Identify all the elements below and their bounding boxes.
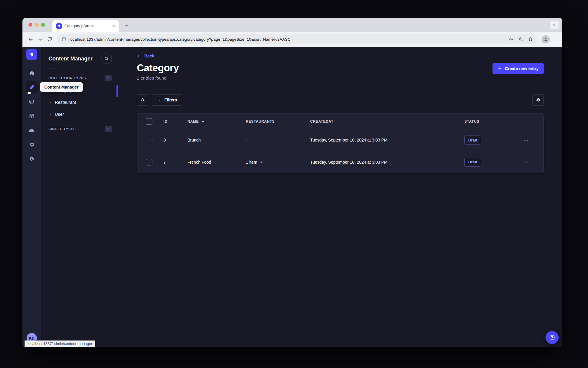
site-info-icon[interactable] — [61, 37, 66, 42]
cell-id: 8 — [163, 138, 187, 142]
cell-createdat: Tuesday, September 10, 2024 at 3:03 PM — [310, 138, 464, 142]
cell-restaurants[interactable]: 1 item — [246, 160, 310, 165]
row-actions-menu[interactable] — [524, 162, 543, 162]
row-actions-menu[interactable] — [524, 140, 543, 141]
back-icon[interactable] — [26, 35, 35, 44]
header-status[interactable]: STATUS — [464, 119, 512, 124]
marketplace-icon — [29, 142, 35, 148]
plus-icon — [498, 66, 502, 71]
header-createdat[interactable]: CREATEDAT — [310, 119, 464, 124]
browser-toolbar: localhost:1337/admin/content-manager/col… — [22, 32, 562, 47]
browser-menu-icon[interactable] — [551, 36, 559, 43]
table-body: 8 Brunch - Tuesday, September 10, 2024 a… — [137, 129, 543, 173]
browser-window: Category | Strapi — [22, 18, 562, 347]
table-header-row: ID NAME RESTAURANTS CREATEDAT STATUS — [137, 114, 543, 129]
strapi-app: KD Content Manager COLLECTION TYPES 3 — [22, 47, 562, 347]
zoom-in-icon[interactable] — [518, 37, 524, 42]
collection-types-count-badge: 3 — [105, 75, 112, 81]
main-content: Back Category Create new entry 2 entries… — [118, 47, 562, 347]
cell-name: Brunch — [187, 138, 246, 142]
media-library-icon — [29, 99, 35, 105]
bullet-icon — [50, 114, 51, 115]
nav-marketplace[interactable] — [26, 139, 38, 151]
content-type-builder-icon — [29, 113, 35, 119]
entries-table: ID NAME RESTAURANTS CREATEDAT STATUS 8 B… — [137, 113, 544, 173]
traffic-lights — [28, 23, 45, 27]
sidebar-search-button[interactable] — [101, 54, 112, 64]
browser-profile-avatar[interactable] — [542, 35, 550, 43]
cell-id: 7 — [163, 160, 187, 165]
cursor-pointer-icon — [26, 89, 32, 95]
header-id[interactable]: ID — [163, 119, 187, 124]
status-bar: localhost:1337/admin/content-manager — [25, 340, 95, 347]
nav-home[interactable] — [26, 67, 38, 79]
tab-title: Category | Strapi — [64, 24, 108, 28]
entries-count: 2 entries found — [137, 75, 544, 80]
gear-icon — [536, 98, 541, 103]
bullet-icon — [50, 102, 51, 103]
sidebar-collection-item[interactable]: User — [41, 108, 118, 120]
single-types-label: SINGLE TYPES — [49, 127, 76, 131]
back-arrow-icon — [137, 54, 142, 58]
sort-asc-icon — [201, 120, 204, 122]
strapi-favicon-icon — [56, 23, 62, 29]
table-row[interactable]: 7 French Food 1 item Tuesday, September … — [137, 151, 543, 173]
cloud-icon — [28, 127, 35, 134]
status-badge: Draft — [464, 158, 481, 167]
nav-cloud[interactable] — [26, 124, 38, 136]
bookmark-star-icon[interactable] — [528, 37, 533, 42]
new-tab-button[interactable] — [123, 22, 130, 29]
rail-divider — [22, 63, 41, 63]
active-item-indicator — [116, 85, 118, 97]
page-title: Category — [137, 62, 179, 74]
filter-icon — [157, 98, 162, 102]
table-search-button[interactable] — [137, 94, 148, 106]
settings-icon — [29, 156, 35, 162]
nav-content-type-builder[interactable] — [26, 110, 38, 122]
search-icon — [104, 56, 109, 61]
content-manager-tooltip: Content Manager — [40, 82, 83, 92]
table-row[interactable]: 8 Brunch - Tuesday, September 10, 2024 a… — [137, 129, 543, 151]
strapi-logo-icon[interactable] — [26, 49, 37, 60]
chevron-down-icon — [260, 162, 263, 163]
reload-icon[interactable] — [45, 35, 54, 44]
maximize-window-button[interactable] — [41, 23, 45, 27]
nav-content-manager[interactable] — [26, 81, 38, 93]
header-restaurants[interactable]: RESTAURANTS — [246, 119, 310, 124]
url-bar[interactable]: localhost:1337/admin/content-manager/col… — [57, 34, 537, 44]
cell-createdat: Tuesday, September 10, 2024 at 3:03 PM — [310, 160, 464, 165]
help-icon — [549, 334, 555, 341]
select-all-checkbox[interactable] — [146, 118, 152, 125]
password-key-icon[interactable] — [508, 37, 514, 42]
sidebar-collection-item[interactable]: Restaurant — [41, 96, 118, 108]
url-text[interactable]: localhost:1337/admin/content-manager/col… — [69, 37, 505, 42]
sidebar-title: Content Manager — [49, 56, 93, 62]
close-window-button[interactable] — [28, 23, 32, 27]
sidebar-divider — [49, 69, 56, 69]
nav-settings[interactable] — [26, 153, 38, 165]
tab-search-chevron-icon[interactable] — [550, 21, 559, 29]
help-button[interactable] — [545, 331, 559, 344]
status-badge: Draft — [464, 136, 481, 145]
collection-types-label: COLLECTION TYPES — [49, 76, 86, 80]
back-link[interactable]: Back — [137, 54, 154, 58]
cell-name: French Food — [187, 160, 246, 165]
nav-media-library[interactable] — [26, 96, 38, 108]
forward-icon[interactable] — [36, 35, 45, 44]
content-manager-sidebar: Content Manager COLLECTION TYPES 3 Categ… — [41, 47, 118, 347]
header-name[interactable]: NAME — [187, 119, 246, 124]
single-types-count-badge: 0 — [105, 126, 112, 132]
minimize-window-button[interactable] — [35, 23, 39, 27]
home-icon — [29, 70, 35, 76]
tab-close-icon[interactable] — [111, 24, 116, 28]
browser-tab[interactable]: Category | Strapi — [52, 20, 119, 32]
create-new-entry-button[interactable]: Create new entry — [492, 63, 544, 74]
row-checkbox[interactable] — [146, 159, 152, 165]
view-settings-button[interactable] — [532, 94, 544, 106]
cell-restaurants[interactable]: - — [246, 138, 310, 142]
nav-rail: KD — [22, 47, 41, 347]
tab-strip: Category | Strapi — [22, 18, 562, 32]
row-checkbox[interactable] — [146, 137, 152, 143]
desktop: Category | Strapi — [0, 0, 588, 368]
filters-button[interactable]: Filters — [152, 94, 182, 106]
